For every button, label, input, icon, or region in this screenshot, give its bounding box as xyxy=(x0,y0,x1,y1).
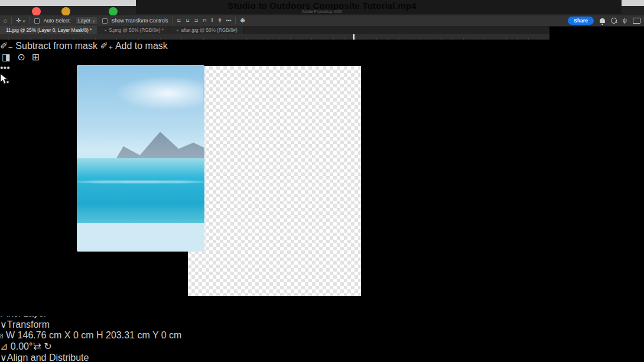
taskbar-more-icon[interactable]: ••• xyxy=(0,63,10,73)
close-tab-icon[interactable]: × xyxy=(176,28,179,33)
app-subtitle: Adobe Photoshop 2020 xyxy=(0,9,644,14)
close-window-button[interactable] xyxy=(32,7,41,16)
clouds xyxy=(115,76,203,111)
share-button[interactable]: Share xyxy=(568,17,594,25)
refine-mask-icon[interactable]: ⊙ xyxy=(17,51,25,63)
align-right-icon[interactable]: ⊐ xyxy=(194,18,198,24)
flip-horizontal-icon[interactable]: ⇄ xyxy=(33,341,41,351)
align-center-h-icon[interactable]: ⊔ xyxy=(186,18,189,24)
search-icon[interactable] xyxy=(611,18,617,24)
align-section-header[interactable]: ∨Align and Distribute xyxy=(0,352,644,362)
y-field[interactable]: 0 cm xyxy=(161,330,182,340)
mask-invert-icon[interactable]: ◨ xyxy=(2,51,11,63)
arrange-icon[interactable] xyxy=(633,18,640,24)
canvas-area[interactable]: ✐₋ Subtract from mask ✐₊ Add to mask ◨⊙⊞… xyxy=(0,40,549,316)
horizontal-ruler: 1601501401301201101009080706050403020100… xyxy=(0,34,549,40)
show-transform-label: Show Transform Controls xyxy=(112,18,168,24)
workspace-icon[interactable]: ❋ xyxy=(240,18,245,24)
home-icon[interactable]: ⌂ xyxy=(4,18,7,24)
options-bar: ⌂ ✛ ∨ Auto-Select: Layer∨ Show Transform… xyxy=(0,15,644,27)
distribute-v-icon[interactable]: ⋕ xyxy=(218,18,222,24)
angle-field[interactable]: 0.00°∨ xyxy=(11,341,31,352)
auto-select-dropdown[interactable]: Layer∨ xyxy=(75,17,98,25)
x-field[interactable]: 0 cm xyxy=(73,330,94,340)
add-to-mask-button[interactable]: ✐₊ Add to mask xyxy=(100,41,167,51)
sea-foam-streak xyxy=(77,181,204,183)
notifications-icon[interactable] xyxy=(600,18,605,23)
ruler-position-marker xyxy=(353,34,354,40)
learn-icon[interactable]: ψ xyxy=(623,18,627,24)
document-tab[interactable]: × 5.png @ 50% (RGB/8#) * xyxy=(98,26,170,34)
auto-select-checkbox[interactable] xyxy=(34,18,40,24)
document-tab[interactable]: 11.jpg @ 25% (Layer 0, Layer Mask/8) * xyxy=(0,26,98,34)
align-top-icon[interactable]: ⊓ xyxy=(203,18,206,24)
brush-plus-icon: ✐₊ xyxy=(100,41,113,51)
angle-icon: ⊿ xyxy=(0,341,8,351)
width-field[interactable]: 146.76 cm xyxy=(18,330,62,340)
move-tool-icon[interactable]: ✛ ∨ xyxy=(16,18,25,24)
align-icons-row: ⊏⊔⊐⊓⫴⋕ xyxy=(177,18,222,24)
transform-section-header[interactable]: ∨Transform xyxy=(0,319,644,330)
studio-image-checkerboard[interactable] xyxy=(188,66,361,296)
taskbar-icons: ◨⊙⊞ xyxy=(0,51,549,63)
mouse-cursor xyxy=(0,73,9,85)
zoom-window-button[interactable] xyxy=(109,7,118,16)
document-tab-bar: 11.jpg @ 25% (Layer 0, Layer Mask/8) * ×… xyxy=(0,26,549,34)
brush-minus-icon: ✐₋ xyxy=(0,41,13,51)
more-options-icon[interactable]: ••• xyxy=(226,18,232,24)
close-tab-icon[interactable]: × xyxy=(104,28,107,33)
distribute-h-icon[interactable]: ⫴ xyxy=(211,18,213,24)
screenshot-root: Studio to Outdoors Composite Tutorial.mp… xyxy=(0,0,644,362)
flip-vertical-icon[interactable]: ↻ xyxy=(44,341,51,351)
document-tab[interactable]: × after.jpg @ 50% (RGB/8#) xyxy=(170,26,244,34)
sea xyxy=(77,158,204,223)
align-left-icon[interactable]: ⊏ xyxy=(177,18,181,24)
show-transform-checkbox[interactable] xyxy=(102,18,108,24)
subtract-from-mask-button[interactable]: ✐₋ Subtract from mask xyxy=(0,41,100,51)
select-and-mask-icon[interactable]: ⊞ xyxy=(32,51,40,63)
auto-select-label: Auto-Select: xyxy=(44,18,71,24)
beach-composite-image[interactable] xyxy=(77,65,204,252)
minimize-window-button[interactable] xyxy=(61,7,70,16)
link-dimensions-icon[interactable]: 8 xyxy=(0,333,4,340)
height-field[interactable]: 203.31 cm xyxy=(106,330,150,340)
